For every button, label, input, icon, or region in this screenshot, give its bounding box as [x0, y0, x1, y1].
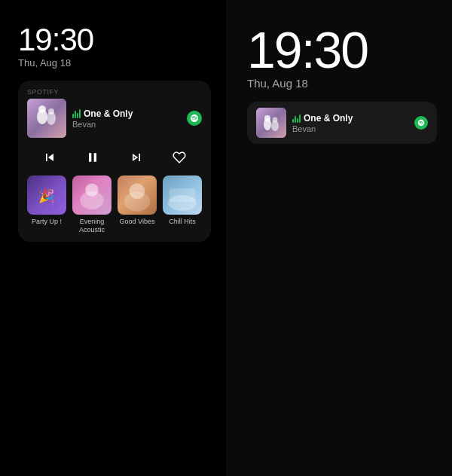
- svg-rect-16: [256, 108, 286, 138]
- left-clock: 19:30: [18, 24, 211, 56]
- right-time: 19:30 Thu, Aug 18: [247, 24, 437, 90]
- svg-point-12: [130, 183, 145, 199]
- svg-point-3: [38, 105, 46, 113]
- pause-button[interactable]: [82, 147, 103, 168]
- album-art-large: [27, 99, 66, 138]
- next-button[interactable]: [126, 147, 147, 168]
- playlist-item-chill[interactable]: Chill Hits: [163, 175, 202, 234]
- track-title-small: One & Only: [292, 113, 408, 124]
- playlist-grid: 🎉 Party Up ! Evening Acoustic: [27, 175, 202, 234]
- playlist-item-vibes[interactable]: Good Vibes: [118, 175, 157, 234]
- album-art-image: [27, 99, 66, 138]
- playback-controls: [27, 145, 202, 169]
- album-art-small-image: [256, 108, 286, 138]
- like-button[interactable]: [169, 147, 190, 168]
- svg-point-20: [273, 117, 278, 123]
- right-panel: 19:30 Thu, Aug 18: [226, 0, 452, 476]
- playlist-item-party[interactable]: 🎉 Party Up !: [27, 175, 66, 234]
- spotify-logo-small: [414, 116, 428, 130]
- playlist-label-chill: Chill Hits: [163, 218, 202, 226]
- equalizer-icon-small: [292, 114, 301, 123]
- track-title: One & Only: [72, 108, 181, 119]
- widget-label: SPOTIFY: [27, 88, 202, 96]
- spotify-widget-large[interactable]: SPOTIFY: [18, 81, 211, 242]
- playlist-thumb-chill: [163, 175, 202, 215]
- right-clock: 19:30: [247, 24, 437, 75]
- track-info: One & Only Bevan: [72, 108, 181, 129]
- left-time: 19:30 Thu, Aug 18: [18, 24, 211, 69]
- playlist-thumb-evening: [72, 175, 111, 215]
- playlist-thumb-party: 🎉: [27, 175, 66, 215]
- widget-top-row: One & Only Bevan: [27, 99, 202, 138]
- left-panel: 19:30 Thu, Aug 18 SPOTIFY: [0, 0, 226, 476]
- svg-point-9: [85, 183, 98, 196]
- track-info-small: One & Only Bevan: [292, 113, 408, 133]
- spotify-widget-small[interactable]: One & Only Bevan: [247, 102, 437, 144]
- playlist-label-evening: Evening Acoustic: [72, 218, 111, 234]
- right-date: Thu, Aug 18: [247, 77, 437, 90]
- playlist-item-evening[interactable]: Evening Acoustic: [72, 175, 111, 234]
- track-artist: Bevan: [72, 120, 181, 129]
- left-date: Thu, Aug 18: [18, 57, 211, 69]
- equalizer-icon: [72, 109, 81, 118]
- playlist-label-vibes: Good Vibes: [118, 218, 157, 226]
- spotify-logo-large: [187, 111, 202, 126]
- track-artist-small: Bevan: [292, 124, 408, 133]
- svg-rect-15: [170, 188, 196, 201]
- previous-button[interactable]: [39, 147, 60, 168]
- playlist-thumb-vibes: [118, 175, 157, 215]
- svg-point-4: [48, 108, 54, 114]
- album-art-small: [256, 108, 286, 138]
- svg-point-19: [264, 115, 270, 121]
- svg-text:🎉: 🎉: [38, 188, 55, 204]
- playlist-label-party: Party Up !: [27, 218, 66, 226]
